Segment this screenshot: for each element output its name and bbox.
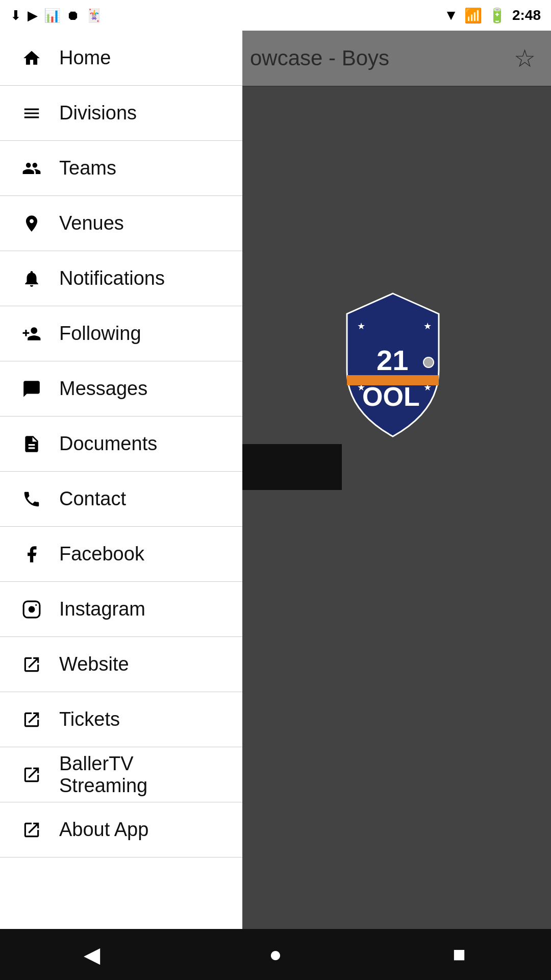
drawer-item-instagram[interactable]: Instagram xyxy=(0,582,242,637)
home-icon xyxy=(18,48,45,68)
drawer-item-ballertv[interactable]: BallerTV Streaming xyxy=(0,747,242,802)
tickets-icon xyxy=(18,710,45,729)
drawer-label-ballertv: BallerTV Streaming xyxy=(59,753,224,797)
status-bar-left: ⬇ ▶ 📊 ⏺ 🃏 xyxy=(10,8,102,23)
notifications-icon xyxy=(18,269,45,288)
drawer-item-about[interactable]: About App xyxy=(0,802,242,857)
signal-icon: 📶 xyxy=(464,7,482,24)
drawer-item-tickets[interactable]: Tickets xyxy=(0,692,242,747)
drawer-item-home[interactable]: Home xyxy=(0,31,242,86)
recents-button[interactable]: ■ xyxy=(439,934,480,975)
record-icon: ⏺ xyxy=(66,8,80,23)
drawer-item-website[interactable]: Website xyxy=(0,637,242,692)
drawer-label-home: Home xyxy=(59,47,111,69)
play-icon: ▶ xyxy=(28,8,38,23)
drawer-label-following: Following xyxy=(59,323,141,345)
svg-point-7 xyxy=(423,357,434,368)
drawer-label-about: About App xyxy=(59,819,148,841)
clock: 2:48 xyxy=(512,7,541,23)
following-icon xyxy=(18,324,45,344)
tournament-logo: ★ ★ ★ ★ 21 OOL xyxy=(342,288,444,442)
back-button[interactable]: ◀ xyxy=(71,934,112,975)
drawer-label-tickets: Tickets xyxy=(59,708,120,730)
home-button[interactable]: ● xyxy=(255,934,296,975)
drawer-label-contact: Contact xyxy=(59,488,126,510)
contact-icon xyxy=(18,489,45,509)
facebook-icon xyxy=(18,545,45,564)
svg-text:★: ★ xyxy=(357,321,365,331)
drawer-label-notifications: Notifications xyxy=(59,267,165,289)
drawer-item-following[interactable]: Following xyxy=(0,306,242,361)
navigation-drawer: Home Divisions Teams Venues Notification… xyxy=(0,31,242,980)
drawer-item-messages[interactable]: Messages xyxy=(0,361,242,416)
drawer-item-teams[interactable]: Teams xyxy=(0,141,242,196)
website-icon xyxy=(18,655,45,674)
svg-text:21: 21 xyxy=(377,344,408,376)
drawer-label-teams: Teams xyxy=(59,157,116,179)
bottom-navigation: ◀ ● ■ xyxy=(0,929,551,980)
chart-icon: 📊 xyxy=(44,8,60,23)
drawer-item-contact[interactable]: Contact xyxy=(0,472,242,527)
status-bar: ⬇ ▶ 📊 ⏺ 🃏 ▼ 📶 🔋 2:48 xyxy=(0,0,551,31)
teams-icon xyxy=(18,159,45,178)
sim-icon: 🃏 xyxy=(86,8,102,23)
documents-icon xyxy=(18,434,45,454)
drawer-item-facebook[interactable]: Facebook xyxy=(0,527,242,582)
messages-icon xyxy=(18,379,45,399)
venues-icon xyxy=(18,214,45,233)
drawer-label-facebook: Facebook xyxy=(59,543,144,565)
divisions-icon xyxy=(18,104,45,123)
drawer-item-venues[interactable]: Venues xyxy=(0,196,242,251)
dark-bar xyxy=(235,444,342,490)
drawer-label-documents: Documents xyxy=(59,433,157,455)
drawer-label-venues: Venues xyxy=(59,212,124,234)
about-icon xyxy=(18,820,45,840)
battery-icon: 🔋 xyxy=(488,7,506,24)
svg-text:OOL: OOL xyxy=(362,382,420,411)
svg-text:★: ★ xyxy=(423,321,432,331)
download-icon: ⬇ xyxy=(10,8,21,23)
instagram-icon xyxy=(18,600,45,619)
drawer-label-divisions: Divisions xyxy=(59,102,137,124)
drawer-label-instagram: Instagram xyxy=(59,598,145,620)
drawer-label-website: Website xyxy=(59,653,129,675)
status-bar-right: ▼ 📶 🔋 2:48 xyxy=(444,7,541,24)
drawer-label-messages: Messages xyxy=(59,378,147,400)
wifi-icon: ▼ xyxy=(444,7,458,23)
overlay xyxy=(235,31,551,949)
ballertv-icon xyxy=(18,765,45,785)
drawer-item-divisions[interactable]: Divisions xyxy=(0,86,242,141)
drawer-item-documents[interactable]: Documents xyxy=(0,416,242,472)
drawer-item-notifications[interactable]: Notifications xyxy=(0,251,242,306)
